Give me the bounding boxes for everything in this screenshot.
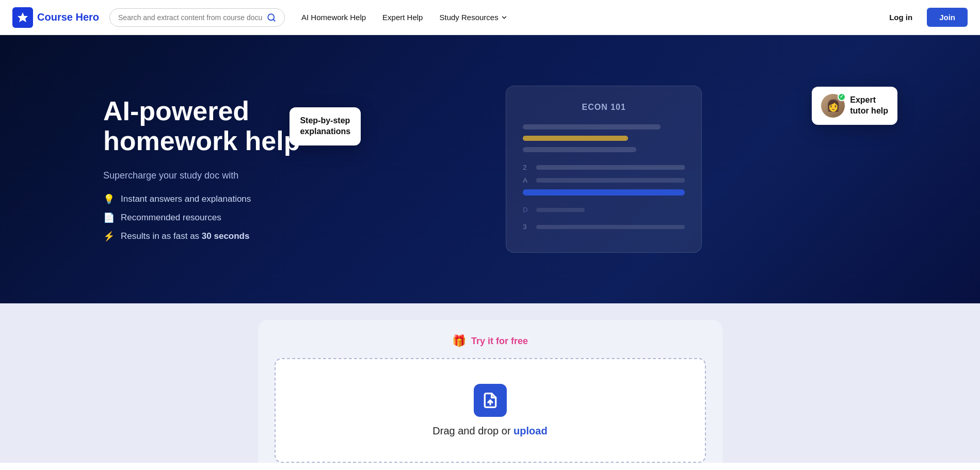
logo[interactable]: Course Hero [12,7,99,28]
feature-instant-text: Instant answers and explanations [121,194,251,204]
lightning-icon: ⚡ [103,231,115,242]
doc-row-3: 3 [523,223,685,231]
navbar: Course Hero AI Homework Help Expert Help… [0,0,980,35]
join-button[interactable]: Join [927,8,968,27]
doc-row-2: 2 [523,164,685,171]
lightbulb-icon: 💡 [103,193,115,205]
feature-instant-answers: 💡 Instant answers and explanations [103,193,300,205]
try-card: 🎁 Try it for free Drag and drop or uploa… [258,320,722,463]
feature-recommended-text: Recommended resources [121,213,221,223]
badge-step-by-step: Step-by-step explanations [290,107,361,145]
logo-icon [12,7,33,28]
doc-blue-bar [523,189,685,196]
doc-row-a: A [523,176,685,184]
hero-left: AI-powered homework help Supercharge you… [103,96,300,241]
logo-text: Course Hero [37,11,99,23]
nav-expert-help[interactable]: Expert Help [382,13,423,22]
feature-list: 💡 Instant answers and explanations 📄 Rec… [103,193,300,242]
nav-ai-homework[interactable]: AI Homework Help [301,13,366,22]
search-bar[interactable] [109,8,285,27]
gift-icon: 🎁 [452,334,466,348]
hero-title-line1: AI-powered [103,96,249,126]
doc-card: ECON 101 2 A D 3 [506,86,702,253]
try-header-label: Try it for free [471,336,528,347]
hero-section: AI-powered homework help Supercharge you… [0,35,980,303]
upload-zone[interactable]: Drag and drop or upload [275,358,706,463]
nav-study-resources-label: Study Resources [439,13,498,22]
search-input[interactable] [118,13,263,22]
svg-line-2 [274,19,275,21]
search-icon [267,13,276,22]
doc-number-2: 2 [523,164,531,171]
doc-label-d: D [523,206,531,214]
feature-speed-text: Results in as fast as 30 seconds [121,231,249,241]
upload-icon [482,392,499,409]
hero-title: AI-powered homework help [103,96,300,155]
chevron-down-icon [501,14,508,21]
feature-speed: ⚡ Results in as fast as 30 seconds [103,231,300,242]
badge-expert-line2: tutor help [850,106,888,115]
badge-step-line1: Step-by-step [300,116,350,125]
doc-line-1 [523,124,661,129]
upload-text: Drag and drop or upload [432,425,547,437]
badge-expert-line1: Expert [850,95,876,104]
nav-links: AI Homework Help Expert Help Study Resou… [301,13,883,22]
doc-card-title: ECON 101 [523,103,685,112]
feature-recommended: 📄 Recommended resources [103,212,300,223]
hero-subtitle: Supercharge your study doc with [103,170,300,181]
doc-line-2 [523,147,636,152]
try-header: 🎁 Try it for free [275,334,706,348]
hero-title-line2: homework help [103,126,300,156]
try-section: 🎁 Try it for free Drag and drop or uploa… [0,303,980,463]
nav-study-resources[interactable]: Study Resources [439,13,507,22]
doc-number-a: A [523,176,531,184]
upload-link[interactable]: upload [513,425,548,436]
hero-right: Step-by-step explanations ECON 101 2 A D [331,66,877,272]
tutor-check-icon: ✓ [838,93,846,101]
nav-right: Log in Join [883,8,968,27]
upload-text-label: Drag and drop or [432,425,513,436]
badge-expert-text: Expert tutor help [850,95,888,117]
badge-expert-tutor: 👩 ✓ Expert tutor help [812,87,897,125]
doc-row-d: D [523,206,685,214]
upload-icon-wrap [474,384,507,417]
tutor-avatar-wrap: 👩 ✓ [821,94,845,118]
document-icon: 📄 [103,212,115,223]
login-button[interactable]: Log in [883,9,919,26]
doc-number-3: 3 [523,223,531,231]
doc-line-highlight [523,136,628,141]
badge-step-line2: explanations [300,127,350,136]
svg-marker-0 [18,12,28,22]
